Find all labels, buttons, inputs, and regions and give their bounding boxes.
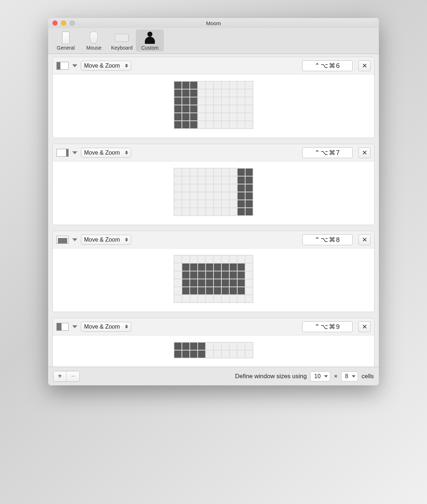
grid-cell[interactable] [214,192,221,200]
grid-cell[interactable] [198,343,205,350]
grid-cell[interactable] [238,121,245,128]
disclosure-triangle-icon[interactable] [72,64,77,67]
grid-cell[interactable] [206,279,213,287]
grid-cell[interactable] [206,82,213,89]
grid-cell[interactable] [214,287,221,294]
cell-grid[interactable] [174,342,253,358]
grid-cell[interactable] [222,113,229,120]
grid-cell[interactable] [222,295,229,302]
shortcut-field[interactable]: ⌃⌥⌘7 [302,147,353,158]
grid-cell[interactable] [174,287,182,294]
grid-cell[interactable] [238,200,245,207]
grid-cell[interactable] [230,200,237,207]
grid-cell[interactable] [222,287,229,294]
grid-cell[interactable] [182,343,189,350]
grid-cell[interactable] [222,82,229,89]
grid-cell[interactable] [222,192,229,200]
disclosure-triangle-icon[interactable] [72,238,77,241]
grid-cell[interactable] [198,97,205,105]
grid-cell[interactable] [182,169,189,176]
grid-cell[interactable] [206,256,213,263]
grid-cell[interactable] [198,279,205,287]
grid-cell[interactable] [238,113,245,120]
grid-cell[interactable] [222,200,229,207]
grid-cell[interactable] [174,177,182,184]
grid-cell[interactable] [174,90,182,97]
grid-cell[interactable] [206,184,213,192]
grid-cell[interactable] [238,256,245,263]
grid-cell[interactable] [190,184,197,192]
grid-cell[interactable] [198,295,205,302]
grid-cell[interactable] [238,287,245,294]
grid-cell[interactable] [198,350,205,358]
grid-cell[interactable] [182,279,189,287]
clear-shortcut-button[interactable]: ✕ [358,60,371,71]
grid-cell[interactable] [182,184,189,192]
grid-cell[interactable] [206,264,213,271]
grid-cell[interactable] [198,192,205,200]
titlebar[interactable]: Moom [48,18,379,28]
grid-cell[interactable] [238,264,245,271]
grid-cell[interactable] [245,279,253,287]
grid-cell[interactable] [230,113,237,120]
shortcut-field[interactable]: ⌃⌥⌘8 [302,234,353,245]
custom-list[interactable]: Move & Zoom⌃⌥⌘6✕Move & Zoom⌃⌥⌘7✕Move & Z… [48,54,379,367]
grid-cell[interactable] [190,105,197,113]
grid-cell[interactable] [182,264,189,271]
grid-cell[interactable] [174,113,182,120]
custom-action-row[interactable]: Move & Zoom⌃⌥⌘8✕ [52,231,375,312]
cell-grid[interactable] [174,255,253,303]
grid-cell[interactable] [198,82,205,89]
clear-shortcut-button[interactable]: ✕ [358,147,371,158]
grid-cell[interactable] [174,264,182,271]
grid-cell[interactable] [230,192,237,200]
grid-cell[interactable] [182,256,189,263]
grid-cell[interactable] [174,200,182,207]
disclosure-triangle-icon[interactable] [72,325,77,328]
grid-cell[interactable] [245,200,253,207]
grid-cell[interactable] [245,169,253,176]
disclosure-triangle-icon[interactable] [72,151,77,154]
grid-cell[interactable] [182,271,189,279]
grid-cell[interactable] [206,287,213,294]
grid-cell[interactable] [245,113,253,120]
cell-grid[interactable] [174,81,253,129]
tab-general[interactable]: General [52,29,80,51]
grid-cell[interactable] [206,271,213,279]
grid-cell[interactable] [230,105,237,113]
grid-cell[interactable] [190,295,197,302]
grid-cell[interactable] [206,90,213,97]
grid-cell[interactable] [182,287,189,294]
grid-cell[interactable] [206,208,213,215]
grid-cell[interactable] [198,287,205,294]
grid-cell[interactable] [182,192,189,200]
grid-cell[interactable] [198,105,205,113]
grid-cell[interactable] [230,97,237,105]
grid-cell[interactable] [238,295,245,302]
grid-cell[interactable] [238,90,245,97]
grid-cell[interactable] [238,177,245,184]
grid-cell[interactable] [214,121,221,128]
grid-cell[interactable] [238,97,245,105]
grid-cell[interactable] [190,169,197,176]
grid-cell[interactable] [238,105,245,113]
grid-cell[interactable] [198,90,205,97]
grid-cell[interactable] [182,90,189,97]
grid-cell[interactable] [174,192,182,200]
grid-cell[interactable] [198,256,205,263]
grid-cell[interactable] [174,121,182,128]
grid-cell[interactable] [206,105,213,113]
grid-cell[interactable] [230,287,237,294]
grid-cell[interactable] [230,184,237,192]
custom-action-row[interactable]: Move & Zoom⌃⌥⌘7✕ [52,144,375,225]
grid-cell[interactable] [206,295,213,302]
custom-action-row[interactable]: Move & Zoom⌃⌥⌘6✕ [52,57,375,138]
grid-cell[interactable] [190,287,197,294]
grid-cell[interactable] [222,343,229,350]
grid-cell[interactable] [174,343,182,350]
grid-cell[interactable] [238,208,245,215]
grid-cell[interactable] [214,343,221,350]
grid-cell[interactable] [245,295,253,302]
grid-cell[interactable] [214,264,221,271]
grid-cell[interactable] [198,169,205,176]
